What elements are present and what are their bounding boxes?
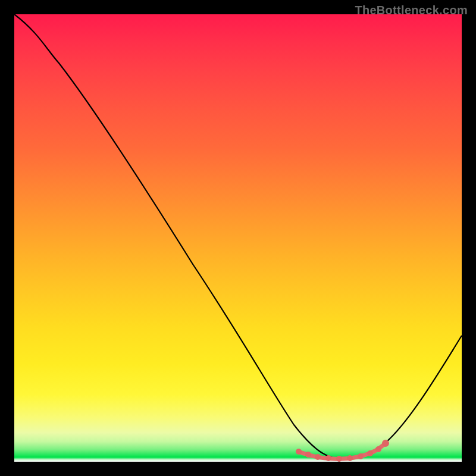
optimal-zone-marker-right [382, 440, 389, 447]
bottleneck-curve-line [14, 14, 462, 459]
optimal-zone-marker [375, 446, 381, 452]
optimal-zone-marker [367, 450, 373, 456]
optimal-zone-marker [358, 453, 364, 459]
optimal-zone-marker [336, 456, 342, 462]
optimal-zone-marker [305, 452, 311, 458]
optimal-zone-marker [325, 455, 331, 461]
optimal-zone-marker-left [296, 449, 302, 455]
optimal-zone-marker [347, 455, 353, 461]
chart-plot-area [14, 14, 462, 462]
chart-curve-svg [14, 14, 462, 462]
optimal-zone-marker [315, 454, 321, 460]
